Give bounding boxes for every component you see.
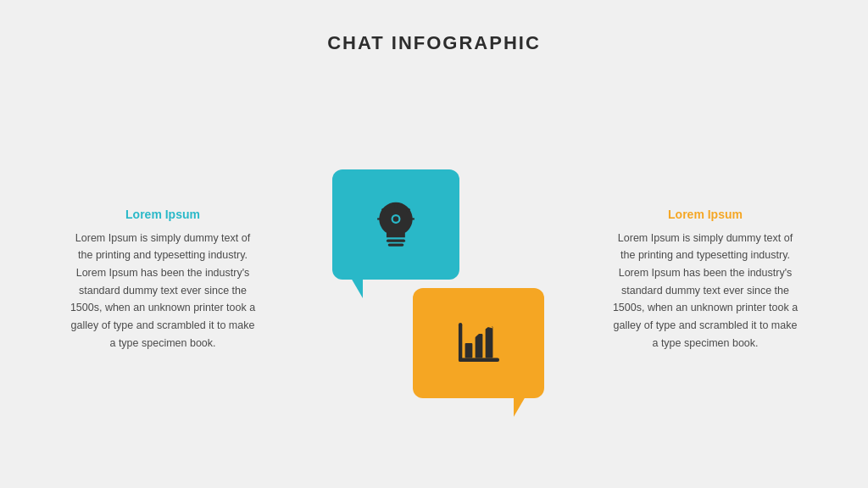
right-body: Lorem Ipsum is simply dummy text of the … — [612, 230, 798, 352]
svg-rect-10 — [458, 358, 498, 362]
svg-point-3 — [393, 216, 399, 222]
left-body: Lorem Ipsum is simply dummy text of the … — [70, 230, 256, 352]
left-text-block: Lorem Ipsum Lorem Ipsum is simply dummy … — [70, 208, 256, 352]
right-heading: Lorem Ipsum — [612, 208, 798, 221]
svg-rect-13 — [485, 326, 492, 358]
blue-chat-bubble — [332, 169, 459, 280]
page-title: CHAT INFOGRAPHIC — [327, 32, 541, 54]
main-content: Lorem Ipsum Lorem Ipsum is simply dummy … — [0, 71, 868, 488]
svg-rect-9 — [458, 323, 461, 362]
svg-rect-0 — [387, 240, 405, 242]
orange-chat-bubble — [413, 288, 544, 398]
right-text-block: Lorem Ipsum Lorem Ipsum is simply dummy … — [612, 208, 798, 352]
left-heading: Lorem Ipsum — [70, 208, 256, 221]
chart-icon — [449, 313, 509, 373]
svg-rect-12 — [475, 334, 482, 358]
center-icons — [307, 144, 561, 415]
lightbulb-icon — [366, 195, 426, 254]
svg-rect-1 — [388, 243, 404, 246]
svg-rect-11 — [465, 343, 472, 358]
